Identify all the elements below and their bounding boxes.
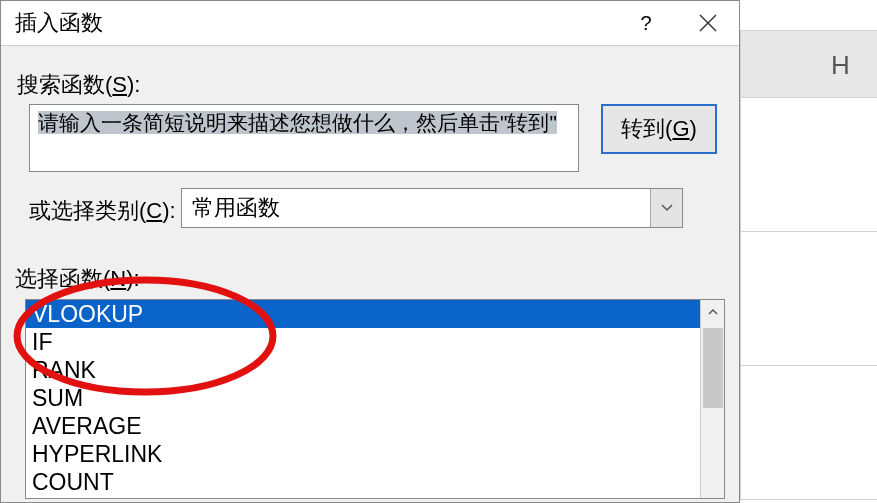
function-item-vlookup[interactable]: VLOOKUP: [26, 300, 700, 328]
chevron-down-icon: [661, 204, 673, 212]
search-input[interactable]: 请输入一条简短说明来描述您想做什么，然后单击"转到": [29, 104, 579, 172]
function-list-scrollbar[interactable]: [700, 300, 724, 498]
spreadsheet-background: H: [740, 0, 877, 503]
category-value: 常用函数: [182, 193, 650, 223]
function-listbox[interactable]: VLOOKUP IF RANK SUM AVERAGE HYPERLINK CO…: [25, 299, 725, 499]
column-header-H[interactable]: H: [740, 30, 877, 98]
category-label: 或选择类别(C):: [29, 196, 176, 226]
chevron-up-icon: [708, 308, 718, 316]
help-button[interactable]: ?: [615, 1, 677, 46]
titlebar: 插入函数 ?: [1, 1, 739, 46]
function-item-sum[interactable]: SUM: [26, 384, 700, 412]
dialog-title: 插入函数: [1, 8, 103, 38]
category-select[interactable]: 常用函数: [181, 188, 683, 228]
function-item-average[interactable]: AVERAGE: [26, 412, 700, 440]
search-input-text: 请输入一条简短说明来描述您想做什么，然后单击"转到": [38, 111, 557, 134]
function-item-count[interactable]: COUNT: [26, 468, 700, 496]
function-item-rank[interactable]: RANK: [26, 356, 700, 384]
search-label: 搜索函数(S):: [17, 70, 140, 100]
scroll-up-button[interactable]: [701, 300, 725, 324]
sheet-cell[interactable]: [740, 366, 877, 500]
close-icon: [699, 14, 717, 32]
category-dropdown-button[interactable]: [650, 189, 682, 227]
close-button[interactable]: [677, 1, 739, 46]
select-function-label: 选择函数(N):: [15, 264, 140, 294]
function-item-hyperlink[interactable]: HYPERLINK: [26, 440, 700, 468]
sheet-cell[interactable]: [740, 98, 877, 232]
insert-function-dialog: 插入函数 ? 搜索函数(S): 请输入一条简短说明来描述您想做什么，然后单击"转…: [0, 0, 740, 503]
go-button[interactable]: 转到(G): [601, 104, 717, 154]
scrollbar-thumb[interactable]: [703, 328, 723, 408]
sheet-cell[interactable]: [740, 232, 877, 366]
function-item-if[interactable]: IF: [26, 328, 700, 356]
